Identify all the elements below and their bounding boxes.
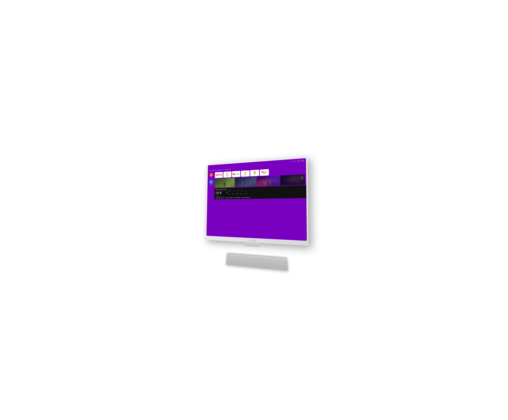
- play-next-icon-circle: [209, 180, 213, 184]
- play-store-content: Google PlayStore: [226, 173, 229, 176]
- play-music-icon: [254, 171, 256, 174]
- forecast-mon-label: Mon: [229, 191, 230, 192]
- app-google-play-movies[interactable]: Google PlayMovies & TV: [241, 170, 250, 177]
- concert-figure-2: [267, 181, 269, 186]
- youtube-kids-content: YouTube Kids: [261, 171, 267, 174]
- play-music-content: Google PlayMusic: [253, 171, 256, 175]
- settings-icon[interactable]: ⚙: [294, 160, 296, 162]
- play-store-label: Google PlayStore: [226, 175, 229, 177]
- play-movies-content: Google PlayMovies & TV: [244, 172, 247, 175]
- scene-glow: [235, 177, 256, 187]
- concert-figure-3: [271, 182, 273, 185]
- tv-body: ⬚ ? ⚙ 12:45: [205, 157, 309, 246]
- app-youtube[interactable]: YouTube: [232, 171, 240, 177]
- sidebar-item-apps[interactable]: Apps: [209, 173, 213, 178]
- concert-figure-1: [261, 182, 263, 186]
- yt-kids-triangle: [262, 172, 262, 173]
- play-movies-icon: [244, 172, 246, 174]
- stand-fabric-texture: [227, 255, 287, 269]
- weather-high-low: ↑ 85° ↓ 56°: [226, 192, 228, 194]
- app-google-play-music[interactable]: Google PlayMusic: [250, 170, 259, 176]
- forecast-thu-temps: 85° 56°: [241, 193, 243, 194]
- media-thumbnail-3: [257, 175, 280, 186]
- media-thumbnail-1: [215, 178, 235, 188]
- figure-silhouette: [224, 182, 225, 187]
- screen-body: Apps Play Next: [207, 167, 307, 241]
- play-next-label: Play Next: [209, 184, 213, 186]
- brand-label: PHILIPS: [249, 240, 256, 241]
- svg-rect-2: [210, 175, 211, 176]
- media-thumbnail-4: [280, 174, 305, 186]
- play-music-label: Google PlayMusic: [253, 174, 256, 175]
- app-youtube-kids[interactable]: YouTube Kids: [260, 169, 269, 176]
- chip-tomorrow[interactable]: What about tomorrow?: [225, 197, 233, 198]
- weather-low: ↓ 56°: [226, 193, 228, 194]
- youtube-kids-logo-row: YouTube: [261, 171, 267, 173]
- apps-icon-circle: [209, 173, 213, 177]
- media-item-4[interactable]: [280, 174, 305, 186]
- forecast-tue-label: Tue: [233, 191, 234, 191]
- sidebar-item-play-next[interactable]: Play Next: [209, 180, 213, 186]
- play-movies-label: Google PlayMovies & TV: [244, 174, 247, 175]
- svg-rect-0: [210, 174, 211, 175]
- forecast-mon-temps: 85° 56°: [228, 194, 231, 194]
- chip-fahrenheit[interactable]: Always use Fahrenheit: [241, 197, 250, 198]
- forecast-tue-temps: 85° 56°: [232, 193, 235, 194]
- svg-rect-3: [211, 175, 212, 176]
- forecast-tue: Tue 🌤 85° 56°: [232, 191, 235, 194]
- forecast-tue-icon: 🌤: [233, 192, 234, 193]
- weather-sun-icon: 🌤: [223, 191, 225, 195]
- main-area: NETFLIX: [214, 167, 307, 241]
- sidebar: Apps Play Next: [207, 172, 215, 236]
- yt-kids-text: YouTube: [263, 171, 267, 173]
- forecast-wed-label: Wed: [237, 190, 239, 191]
- media-thumbnail-2: [235, 177, 256, 187]
- input-icon[interactable]: ⬚: [289, 160, 291, 163]
- forecast-thu-icon: 🌤: [241, 191, 243, 193]
- media-item-3[interactable]: [257, 175, 280, 186]
- tv-stand-neck: [245, 241, 260, 247]
- forecast-thu-label: Thu: [241, 190, 243, 191]
- netflix-logo: NETFLIX: [216, 174, 222, 176]
- app-netflix[interactable]: NETFLIX: [215, 172, 223, 178]
- tv-stand-base-wrapper: [226, 252, 288, 271]
- forecast-fri: Fri 🌤 85° 56°: [245, 190, 247, 194]
- chip-weekend[interactable]: What about this weekend?: [215, 197, 224, 199]
- forecast-mon: Mon 🌤 85° 56°: [228, 191, 231, 194]
- forecast-wed-icon: 🌤: [237, 191, 238, 193]
- weather-temp: 72°F: [215, 191, 222, 195]
- kids-badge: Kids: [263, 173, 265, 174]
- tv-screen: ⬚ ? ⚙ 12:45: [207, 158, 307, 241]
- forecast-fri-label: Fri: [246, 190, 247, 191]
- media-item-2[interactable]: [235, 177, 256, 187]
- forecast-wed: Wed 🌤 85° 56°: [237, 190, 239, 194]
- media-item-1[interactable]: [215, 178, 235, 188]
- forecast-mon-icon: 🌤: [229, 192, 230, 194]
- android-tv-ui: ⬚ ? ⚙ 12:45: [207, 158, 307, 241]
- youtube-play-triangle: [233, 174, 234, 175]
- app-google-play-store[interactable]: Google PlayStore: [223, 171, 232, 178]
- help-icon[interactable]: ?: [292, 160, 293, 163]
- youtube-logo: YouTube: [233, 173, 239, 175]
- try-saying-text: Try saying...: [217, 196, 221, 196]
- grid-icon: [210, 174, 212, 176]
- forecast-fri-temps: 85° 56°: [245, 193, 247, 194]
- google-assistant-icon: [215, 196, 217, 197]
- forecast-wed-temps: 85° 56°: [237, 193, 239, 194]
- tv-stand-base: [226, 252, 288, 271]
- scene-light: [226, 178, 235, 188]
- play-icon: [210, 181, 212, 183]
- svg-marker-4: [211, 181, 212, 183]
- chip-celsius[interactable]: Always use Celsius: [233, 197, 241, 198]
- forecast-thu: Thu 🌤 85° 56°: [241, 190, 243, 194]
- forecast-fri-icon: 🌤: [246, 191, 247, 193]
- svg-rect-1: [211, 174, 212, 175]
- clock-display: 12:45: [297, 159, 304, 163]
- youtube-text: YouTube: [235, 173, 239, 175]
- weather-forecast: Mon 🌤 85° 56° Tue: [228, 190, 247, 195]
- warm-light: [280, 174, 305, 186]
- scene: ⬚ ? ⚙ 12:45: [197, 157, 311, 263]
- search-placeholder: Search movies, TV, and more: [212, 168, 231, 171]
- play-store-icon: [226, 173, 228, 175]
- mic-icon[interactable]: [209, 169, 211, 172]
